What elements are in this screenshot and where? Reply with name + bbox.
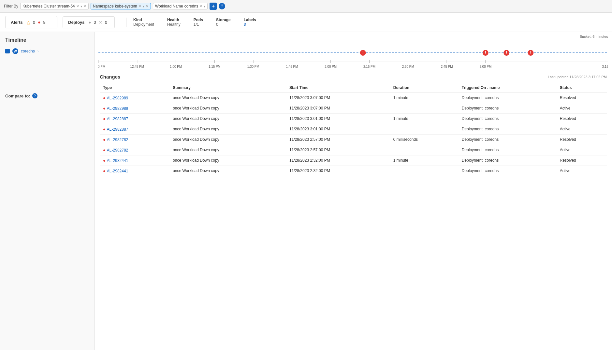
cell-triggered-0: Deployment: coredns [459,93,557,103]
cell-triggered-7: Deployment: coredns [459,166,557,176]
svg-text:1:00 PM: 1:00 PM [170,65,182,68]
deploy-ok-count: 0 [94,20,96,25]
alert-link-4[interactable]: AL-2982782 [107,138,128,142]
k8s-filter-clear[interactable]: ✕ [76,4,79,8]
compare-help-button[interactable]: ? [32,93,37,98]
deploys-card: Deploys ● 0 ✕ 0 [63,16,115,28]
table-row: ● AL-2982441 once Workload Down copy 11/… [100,166,607,176]
alerts-label: Alerts [11,20,23,25]
col-summary: Summary [169,83,286,93]
filter-help-button[interactable]: ? [219,3,225,9]
cell-duration-0: 1 minute [390,93,459,103]
alert-link-6[interactable]: AL-2982441 [107,158,128,163]
alert-link-5[interactable]: AL-2982782 [107,148,128,153]
metric-kind-title: Kind [133,18,142,22]
changes-table: Type Summary Start Time Duration Trigger… [100,83,607,176]
row-error-icon-1: ● [103,106,106,111]
filter-chip-k8s[interactable]: Kubernetes Cluster stream-54 ✕ ▾ ✕ [20,3,89,9]
row-error-icon-6: ● [103,158,106,163]
namespace-filter-clear[interactable]: ✕ [138,4,141,8]
workload-filter-value: coredns [184,4,198,8]
cell-duration-1 [390,103,459,114]
svg-text:3:15 PM: 3:15 PM [602,65,608,68]
deploys-label: Deploys [68,20,85,25]
timeline-color-indicator [5,49,10,53]
k8s-filter-label: Kubernetes Cluster [22,4,56,8]
namespace-filter-dropdown[interactable]: ▾ [143,5,144,8]
timeline-item-arrow: › [37,50,38,53]
cell-summary-2: once Workload Down copy [169,114,286,124]
cell-status-7: Active [557,166,607,176]
metric-kind-value: Deployment [133,22,154,27]
table-row: ● AL-2982782 once Workload Down copy 11/… [100,145,607,155]
warn-count: 0 [33,20,35,25]
deploy-x-count: 0 [105,20,107,25]
cell-triggered-6: Deployment: coredns [459,155,557,166]
metric-pods-value: 1/1 [194,22,199,27]
timeline-title: Timeline [5,37,89,43]
cell-start-5: 11/28/2023 2:57:00 PM [286,145,390,155]
compare-label: Compare to: ? [5,93,89,98]
timeline-coredns-item[interactable]: W coredns › [5,48,89,54]
metric-health-title: Health [167,18,179,22]
row-error-icon-2: ● [103,116,106,121]
svg-text:1:45 PM: 1:45 PM [286,65,298,68]
cell-type-3: ● AL-2982887 [100,124,169,135]
svg-text:2:15 PM: 2:15 PM [363,65,375,68]
alert-link-2[interactable]: AL-2982887 [107,117,128,121]
namespace-filter-label: Namespace [93,4,114,8]
filter-chip-workload[interactable]: Workload Name coredns ✕ ▾ [153,3,208,9]
k8s-filter-dropdown[interactable]: ▾ [80,5,82,8]
row-error-icon-7: ● [103,168,106,173]
col-start-time: Start Time [286,83,390,93]
metric-labels[interactable]: Labels 3 [244,18,256,27]
cell-duration-4: 0 milliseconds [390,135,459,145]
cell-type-5: ● AL-2982782 [100,145,169,155]
cell-type-0: ● AL-2982989 [100,93,169,103]
cell-summary-1: once Workload Down copy [169,103,286,114]
compare-section: Compare to: ? [5,93,89,98]
cell-summary-6: once Workload Down copy [169,155,286,166]
namespace-filter-value: kube-system [115,4,137,8]
metric-pods-title: Pods [194,18,203,22]
compare-to-text: Compare to: [5,94,30,98]
svg-text:12:45 PM: 12:45 PM [130,65,144,68]
cell-duration-7 [390,166,459,176]
metric-health: Health Healthy [167,18,181,27]
namespace-filter-remove[interactable]: ✕ [146,4,149,8]
filter-chip-namespace[interactable]: Namespace kube-system ✕ ▾ ✕ [91,3,151,9]
metric-storage: Storage 0 [216,18,231,27]
workload-filter-dropdown[interactable]: ▾ [204,5,205,8]
cell-start-2: 11/28/2023 3:01:00 PM [286,114,390,124]
cell-triggered-3: Deployment: coredns [459,124,557,135]
cell-start-6: 11/28/2023 2:32:00 PM [286,155,390,166]
row-error-icon-5: ● [103,148,106,153]
cell-status-0: Resolved [557,93,607,103]
changes-section: Changes Last updated 11/28/2023 3:17:05 … [95,70,612,180]
alert-link-1[interactable]: AL-2982989 [107,106,128,111]
cell-start-7: 11/28/2023 2:32:00 PM [286,166,390,176]
alert-link-7[interactable]: AL-2982441 [107,169,128,173]
cell-start-1: 11/28/2023 3:07:00 PM [286,103,390,114]
cell-start-4: 11/28/2023 2:57:00 PM [286,135,390,145]
filter-bar: Filter By Kubernetes Cluster stream-54 ✕… [0,0,612,13]
k8s-filter-remove[interactable]: ✕ [83,4,86,8]
table-row: ● AL-2982989 once Workload Down copy 11/… [100,93,607,103]
alert-link-3[interactable]: AL-2982887 [107,127,128,132]
workload-filter-clear[interactable]: ✕ [199,4,202,8]
cell-status-3: Active [557,124,607,135]
cell-type-4: ● AL-2982782 [100,135,169,145]
metric-labels-title: Labels [244,18,256,22]
error-count: 8 [43,20,46,25]
alert-link-0[interactable]: AL-2982989 [107,96,128,100]
table-row: ● AL-2982887 once Workload Down copy 11/… [100,124,607,135]
svg-text:1:15 PM: 1:15 PM [209,65,221,68]
cell-duration-2: 1 minute [390,114,459,124]
cell-triggered-1: Deployment: coredns [459,103,557,114]
metric-labels-value[interactable]: 3 [244,22,246,27]
filter-add-button[interactable]: + [210,3,217,10]
cell-status-2: Resolved [557,114,607,124]
svg-text:2:45 PM: 2:45 PM [441,65,453,68]
error-icon-alert: ● [38,20,40,25]
col-triggered-on: Triggered On : name [459,83,557,93]
